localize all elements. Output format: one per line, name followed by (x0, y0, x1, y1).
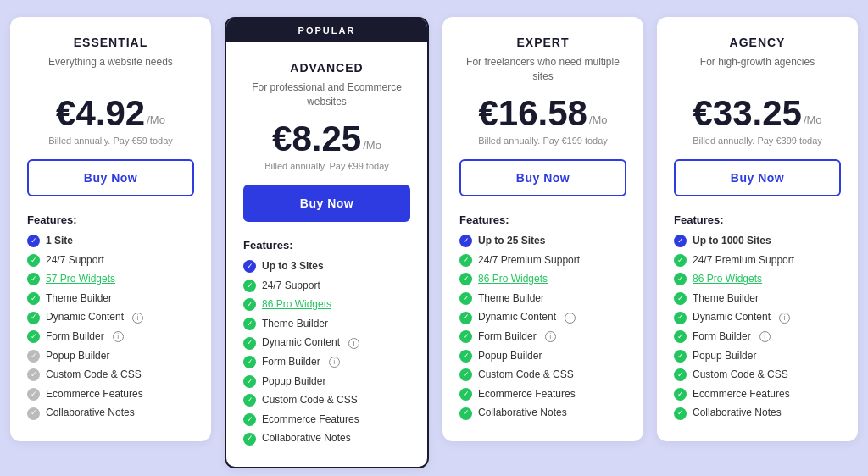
info-icon-expert-5[interactable]: i (545, 331, 556, 342)
feature-text-agency-4: Dynamic Content (693, 311, 771, 324)
feature-icon-essential-9: ✓ (27, 407, 40, 420)
feature-icon-agency-0: ✓ (674, 235, 687, 247)
info-icon-agency-5[interactable]: i (760, 331, 771, 342)
feature-item-advanced-1: ✓ 24/7 Support (243, 280, 410, 293)
feature-item-expert-5: ✓ Form Builderi (459, 330, 626, 344)
feature-item-agency-0: ✓ Up to 1000 Sites (674, 235, 841, 248)
plan-name-essential: ESSENTIAL (27, 36, 194, 49)
feature-item-agency-9: ✓ Collaborative Notes (674, 407, 841, 420)
feature-item-expert-7: ✓ Custom Code & CSS (459, 368, 626, 382)
feature-text-essential-8: Ecommerce Features (46, 388, 143, 401)
feature-item-agency-3: ✓ Theme Builder (674, 292, 841, 306)
feature-item-advanced-4: ✓ Dynamic Contenti (243, 336, 410, 350)
feature-item-advanced-0: ✓ Up to 3 Sites (243, 260, 410, 274)
feature-item-advanced-7: ✓ Custom Code & CSS (243, 394, 410, 407)
feature-item-expert-1: ✓ 24/7 Premium Support (459, 254, 626, 268)
feature-link-expert-2[interactable]: 86 Pro Widgets (478, 273, 548, 286)
feature-text-agency-5: Form Builder (693, 330, 751, 344)
feature-item-advanced-5: ✓ Form Builderi (243, 356, 410, 369)
feature-icon-expert-9: ✓ (459, 407, 472, 420)
feature-text-expert-3: Theme Builder (478, 292, 544, 306)
price-period-essential: /Mo (147, 113, 165, 126)
plan-card-essential: ESSENTIALEverything a website needs €4.9… (10, 17, 211, 441)
pricing-container: ESSENTIALEverything a website needs €4.9… (10, 17, 858, 468)
info-icon-essential-4[interactable]: i (132, 313, 143, 324)
price-period-advanced: /Mo (363, 139, 381, 152)
feature-link-essential-2[interactable]: 57 Pro Widgets (46, 273, 115, 286)
feature-text-advanced-0: Up to 3 Sites (262, 260, 324, 274)
price-amount-agency: €33.25 (693, 96, 801, 131)
feature-text-agency-1: 24/7 Premium Support (693, 254, 794, 268)
buy-button-essential[interactable]: Buy Now (27, 159, 194, 196)
feature-icon-advanced-1: ✓ (243, 280, 256, 292)
feature-icon-essential-1: ✓ (27, 254, 40, 267)
price-row-advanced: €8.25 /Mo (243, 121, 410, 157)
billing-note-expert: Billed annually. Pay €199 today (459, 136, 626, 146)
info-icon-essential-5[interactable]: i (113, 331, 124, 342)
popular-badge: POPULAR (226, 19, 427, 42)
plan-card-advanced: POPULARADVANCEDFor professional and Ecom… (225, 17, 429, 468)
feature-icon-agency-5: ✓ (674, 330, 687, 343)
feature-list-essential: ✓ 1 Site ✓ 24/7 Support ✓ 57 Pro Widgets… (27, 235, 194, 420)
feature-text-advanced-3: Theme Builder (262, 318, 328, 331)
feature-item-advanced-6: ✓ Popup Builder (243, 375, 410, 389)
feature-item-essential-8: ✓ Ecommerce Features (27, 388, 194, 401)
features-label-essential: Features: (27, 213, 194, 226)
feature-icon-advanced-0: ✓ (243, 260, 256, 273)
feature-icon-agency-8: ✓ (674, 388, 687, 401)
feature-icon-agency-7: ✓ (674, 368, 687, 381)
feature-icon-advanced-5: ✓ (243, 356, 256, 368)
feature-link-agency-2[interactable]: 86 Pro Widgets (693, 273, 762, 286)
info-icon-advanced-4[interactable]: i (348, 338, 359, 349)
info-icon-agency-4[interactable]: i (779, 313, 790, 324)
billing-note-essential: Billed annually. Pay €59 today (27, 136, 194, 146)
feature-text-advanced-7: Custom Code & CSS (262, 394, 358, 407)
price-amount-essential: €4.92 (56, 96, 145, 131)
feature-text-expert-4: Dynamic Content (478, 311, 556, 324)
feature-text-agency-6: Popup Builder (693, 350, 756, 363)
feature-text-expert-8: Ecommerce Features (478, 388, 576, 401)
feature-text-agency-3: Theme Builder (693, 292, 759, 306)
price-row-essential: €4.92 /Mo (27, 96, 194, 131)
buy-button-expert[interactable]: Buy Now (459, 159, 626, 196)
feature-item-agency-7: ✓ Custom Code & CSS (674, 368, 841, 382)
info-icon-advanced-5[interactable]: i (329, 357, 340, 368)
feature-text-expert-9: Collaborative Notes (478, 407, 567, 420)
price-amount-expert: €16.58 (478, 96, 587, 131)
feature-icon-expert-6: ✓ (459, 350, 472, 363)
feature-item-essential-3: ✓ Theme Builder (27, 292, 194, 306)
feature-item-essential-2: ✓ 57 Pro Widgets (27, 273, 194, 286)
feature-link-advanced-2[interactable]: 86 Pro Widgets (262, 298, 331, 312)
info-icon-expert-4[interactable]: i (565, 313, 576, 324)
plan-desc-essential: Everything a website needs (27, 55, 194, 84)
feature-item-essential-0: ✓ 1 Site (27, 235, 194, 248)
feature-text-essential-7: Custom Code & CSS (46, 368, 142, 382)
feature-icon-essential-5: ✓ (27, 330, 40, 343)
feature-item-advanced-2: ✓ 86 Pro Widgets (243, 298, 410, 312)
feature-icon-agency-4: ✓ (674, 312, 687, 324)
features-label-advanced: Features: (243, 239, 410, 252)
feature-icon-advanced-7: ✓ (243, 394, 256, 407)
buy-button-advanced[interactable]: Buy Now (243, 185, 410, 222)
feature-text-expert-1: 24/7 Premium Support (478, 254, 580, 268)
feature-icon-agency-9: ✓ (674, 407, 687, 420)
feature-text-agency-9: Collaborative Notes (693, 407, 782, 420)
feature-icon-essential-6: ✓ (27, 350, 40, 363)
feature-text-essential-1: 24/7 Support (46, 254, 104, 268)
feature-text-expert-0: Up to 25 Sites (478, 235, 545, 248)
feature-item-essential-7: ✓ Custom Code & CSS (27, 368, 194, 382)
plan-card-agency: AGENCYFor high-growth agencies €33.25 /M… (657, 17, 858, 441)
buy-button-agency[interactable]: Buy Now (674, 159, 841, 196)
feature-icon-agency-3: ✓ (674, 292, 687, 305)
billing-note-agency: Billed annually. Pay €399 today (674, 136, 841, 146)
price-period-expert: /Mo (589, 113, 608, 126)
feature-icon-agency-1: ✓ (674, 254, 687, 267)
features-label-agency: Features: (674, 213, 841, 226)
feature-item-agency-5: ✓ Form Builderi (674, 330, 841, 344)
feature-icon-expert-1: ✓ (459, 254, 472, 267)
feature-text-expert-6: Popup Builder (478, 350, 542, 363)
feature-item-expert-0: ✓ Up to 25 Sites (459, 235, 626, 248)
feature-item-expert-4: ✓ Dynamic Contenti (459, 311, 626, 324)
feature-icon-expert-4: ✓ (459, 312, 472, 324)
feature-icon-advanced-9: ✓ (243, 433, 256, 446)
